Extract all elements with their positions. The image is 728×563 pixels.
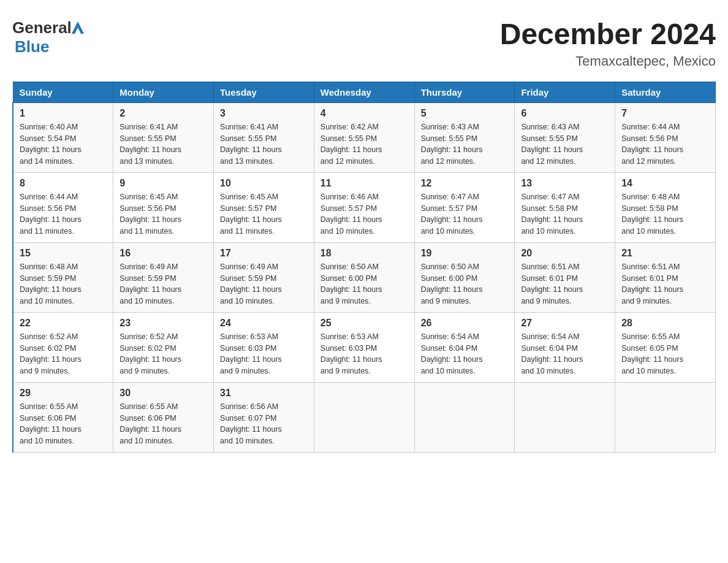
weekday-header-wednesday: Wednesday [314,82,414,102]
calendar-cell: 19 Sunrise: 6:50 AMSunset: 6:00 PMDaylig… [414,242,515,312]
calendar-cell: 31 Sunrise: 6:56 AMSunset: 6:07 PMDaylig… [214,382,314,452]
day-number: 23 [119,318,207,329]
calendar-cell [414,382,515,452]
page-header: General Blue December 2024 Temaxcaltepec… [12,12,716,75]
day-info: Sunrise: 6:41 AMSunset: 5:55 PMDaylight:… [119,123,181,166]
day-number: 3 [220,108,308,119]
day-info: Sunrise: 6:47 AMSunset: 5:57 PMDaylight:… [421,193,483,236]
day-info: Sunrise: 6:43 AMSunset: 5:55 PMDaylight:… [521,123,583,166]
calendar-cell: 18 Sunrise: 6:50 AMSunset: 6:00 PMDaylig… [314,242,414,312]
day-info: Sunrise: 6:41 AMSunset: 5:55 PMDaylight:… [220,123,282,166]
calendar-cell: 27 Sunrise: 6:54 AMSunset: 6:04 PMDaylig… [515,312,615,382]
day-number: 13 [521,178,609,189]
calendar-cell: 11 Sunrise: 6:46 AMSunset: 5:57 PMDaylig… [314,172,414,242]
day-info: Sunrise: 6:54 AMSunset: 6:04 PMDaylight:… [521,332,583,375]
location-title: Temaxcaltepec, Mexico [500,53,716,69]
calendar-week-2: 8 Sunrise: 6:44 AMSunset: 5:56 PMDayligh… [13,172,716,242]
day-info: Sunrise: 6:50 AMSunset: 6:00 PMDaylight:… [421,262,483,305]
calendar-cell: 14 Sunrise: 6:48 AMSunset: 5:58 PMDaylig… [615,172,716,242]
day-info: Sunrise: 6:51 AMSunset: 6:01 PMDaylight:… [621,262,683,305]
day-info: Sunrise: 6:40 AMSunset: 5:54 PMDaylight:… [20,123,82,166]
day-number: 29 [20,388,107,399]
day-info: Sunrise: 6:48 AMSunset: 5:59 PMDaylight:… [20,262,82,305]
calendar-cell: 2 Sunrise: 6:41 AMSunset: 5:55 PMDayligh… [113,102,214,172]
calendar-cell: 15 Sunrise: 6:48 AMSunset: 5:59 PMDaylig… [13,242,113,312]
calendar-table: SundayMondayTuesdayWednesdayThursdayFrid… [12,82,716,453]
day-number: 19 [421,248,509,259]
calendar-cell: 5 Sunrise: 6:43 AMSunset: 5:55 PMDayligh… [414,102,515,172]
day-number: 18 [320,248,408,259]
day-number: 27 [521,318,609,329]
calendar-cell: 16 Sunrise: 6:49 AMSunset: 5:59 PMDaylig… [113,242,214,312]
calendar-cell: 22 Sunrise: 6:52 AMSunset: 6:02 PMDaylig… [13,312,113,382]
day-number: 1 [20,108,107,119]
day-number: 17 [220,248,308,259]
day-info: Sunrise: 6:44 AMSunset: 5:56 PMDaylight:… [621,123,683,166]
day-info: Sunrise: 6:42 AMSunset: 5:55 PMDaylight:… [320,123,382,166]
day-info: Sunrise: 6:48 AMSunset: 5:58 PMDaylight:… [621,193,683,236]
month-title: December 2024 [500,18,716,51]
weekday-header-monday: Monday [113,82,214,102]
calendar-cell: 30 Sunrise: 6:55 AMSunset: 6:06 PMDaylig… [113,382,214,452]
calendar-header: SundayMondayTuesdayWednesdayThursdayFrid… [13,82,716,102]
calendar-cell: 23 Sunrise: 6:52 AMSunset: 6:02 PMDaylig… [113,312,214,382]
calendar-cell: 24 Sunrise: 6:53 AMSunset: 6:03 PMDaylig… [214,312,314,382]
day-number: 2 [119,108,207,119]
calendar-cell [615,382,716,452]
day-info: Sunrise: 6:53 AMSunset: 6:03 PMDaylight:… [220,332,282,375]
day-number: 16 [119,248,207,259]
day-number: 20 [521,248,609,259]
logo-blue-text: Blue [15,37,49,56]
weekday-header-sunday: Sunday [13,82,113,102]
calendar-cell: 25 Sunrise: 6:53 AMSunset: 6:03 PMDaylig… [314,312,414,382]
calendar-cell: 21 Sunrise: 6:51 AMSunset: 6:01 PMDaylig… [615,242,716,312]
day-info: Sunrise: 6:55 AMSunset: 6:05 PMDaylight:… [621,332,683,375]
day-info: Sunrise: 6:50 AMSunset: 6:00 PMDaylight:… [320,262,382,305]
weekday-header-thursday: Thursday [414,82,515,102]
day-number: 9 [119,178,207,189]
day-info: Sunrise: 6:46 AMSunset: 5:57 PMDaylight:… [320,193,382,236]
logo: General Blue [12,18,84,56]
weekday-header-tuesday: Tuesday [214,82,314,102]
calendar-cell: 17 Sunrise: 6:49 AMSunset: 5:59 PMDaylig… [214,242,314,312]
day-info: Sunrise: 6:47 AMSunset: 5:58 PMDaylight:… [521,193,583,236]
calendar-week-1: 1 Sunrise: 6:40 AMSunset: 5:54 PMDayligh… [13,102,716,172]
day-number: 7 [621,108,709,119]
calendar-cell: 20 Sunrise: 6:51 AMSunset: 6:01 PMDaylig… [515,242,615,312]
day-number: 31 [220,388,308,399]
day-info: Sunrise: 6:56 AMSunset: 6:07 PMDaylight:… [220,402,282,445]
calendar-cell: 3 Sunrise: 6:41 AMSunset: 5:55 PMDayligh… [214,102,314,172]
day-info: Sunrise: 6:52 AMSunset: 6:02 PMDaylight:… [20,332,82,375]
day-info: Sunrise: 6:52 AMSunset: 6:02 PMDaylight:… [119,332,181,375]
logo-general-text: General [12,18,72,37]
day-info: Sunrise: 6:54 AMSunset: 6:04 PMDaylight:… [421,332,483,375]
day-info: Sunrise: 6:53 AMSunset: 6:03 PMDaylight:… [320,332,382,375]
calendar-cell: 26 Sunrise: 6:54 AMSunset: 6:04 PMDaylig… [414,312,515,382]
calendar-cell: 4 Sunrise: 6:42 AMSunset: 5:55 PMDayligh… [314,102,414,172]
day-number: 8 [20,178,107,189]
day-info: Sunrise: 6:49 AMSunset: 5:59 PMDaylight:… [220,262,282,305]
calendar-cell: 29 Sunrise: 6:55 AMSunset: 6:06 PMDaylig… [13,382,113,452]
calendar-cell: 13 Sunrise: 6:47 AMSunset: 5:58 PMDaylig… [515,172,615,242]
weekday-header-saturday: Saturday [615,82,716,102]
day-info: Sunrise: 6:43 AMSunset: 5:55 PMDaylight:… [421,123,483,166]
day-info: Sunrise: 6:45 AMSunset: 5:57 PMDaylight:… [220,193,282,236]
day-number: 11 [320,178,408,189]
day-number: 14 [621,178,709,189]
calendar-cell: 1 Sunrise: 6:40 AMSunset: 5:54 PMDayligh… [13,102,113,172]
calendar-cell: 9 Sunrise: 6:45 AMSunset: 5:56 PMDayligh… [113,172,214,242]
day-number: 15 [20,248,107,259]
day-info: Sunrise: 6:55 AMSunset: 6:06 PMDaylight:… [119,402,181,445]
day-number: 5 [421,108,509,119]
calendar-cell: 6 Sunrise: 6:43 AMSunset: 5:55 PMDayligh… [515,102,615,172]
calendar-cell: 8 Sunrise: 6:44 AMSunset: 5:56 PMDayligh… [13,172,113,242]
calendar-week-4: 22 Sunrise: 6:52 AMSunset: 6:02 PMDaylig… [13,312,716,382]
calendar-cell: 28 Sunrise: 6:55 AMSunset: 6:05 PMDaylig… [615,312,716,382]
day-info: Sunrise: 6:55 AMSunset: 6:06 PMDaylight:… [20,402,82,445]
day-number: 26 [421,318,509,329]
day-info: Sunrise: 6:49 AMSunset: 5:59 PMDaylight:… [119,262,181,305]
day-number: 6 [521,108,609,119]
day-number: 25 [320,318,408,329]
calendar-body: 1 Sunrise: 6:40 AMSunset: 5:54 PMDayligh… [13,102,716,452]
logo-triangle-icon [72,21,84,35]
